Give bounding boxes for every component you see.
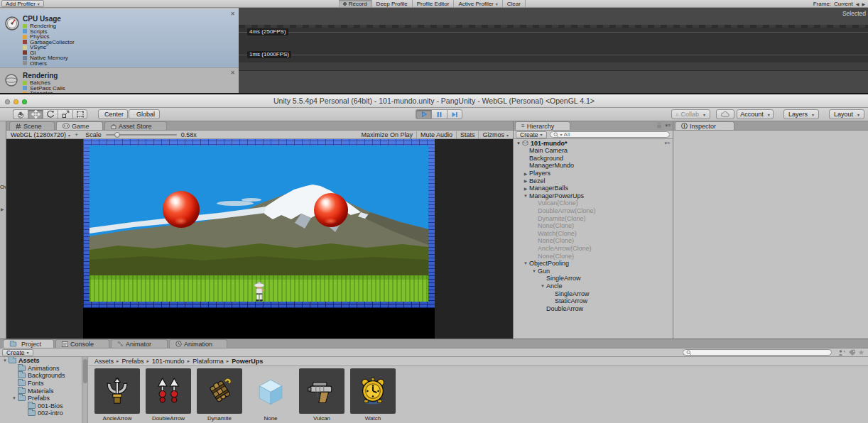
hierarchy-item[interactable]: ▶Bezel <box>514 177 673 185</box>
hierarchy-item[interactable]: None(Clone) <box>514 252 673 260</box>
asset-thumbnail[interactable] <box>350 368 396 414</box>
hierarchy-item[interactable]: Dynamite(Clone) <box>514 214 673 222</box>
clear-button[interactable]: Clear <box>503 0 526 7</box>
cpu-usage-card[interactable]: ✕ CPU Usage Rendering Scripts Physics Ga… <box>0 9 239 67</box>
asset-thumbnail[interactable] <box>299 368 345 414</box>
expand-arrow-icon[interactable]: ▶ <box>522 186 529 191</box>
asset-thumbnail[interactable] <box>197 368 242 414</box>
asset-item[interactable]: Watch <box>350 368 396 422</box>
add-profiler-button[interactable]: Add Profiler <box>1 0 44 7</box>
asset-item[interactable]: None <box>248 368 293 422</box>
hierarchy-search-input[interactable] <box>564 131 666 138</box>
search-by-type-icon[interactable] <box>838 349 846 356</box>
hierarchy-item[interactable]: SingleArrow <box>514 275 673 282</box>
hierarchy-search-field[interactable]: ▾ <box>550 131 670 138</box>
expand-arrow-icon[interactable]: ▼ <box>515 141 522 145</box>
window-close-icon[interactable] <box>5 99 10 104</box>
account-dropdown[interactable]: Account <box>737 109 774 119</box>
step-button[interactable] <box>447 109 462 119</box>
hierarchy-item[interactable]: SingleArrow <box>514 290 673 297</box>
rotate-tool-button[interactable] <box>43 109 58 119</box>
hierarchy-item[interactable]: None(Clone) <box>514 237 673 245</box>
active-profiler-dropdown[interactable]: Active Profiler <box>454 0 502 7</box>
hierarchy-item[interactable]: StaticArrow <box>514 297 673 305</box>
tab-console[interactable]: Console <box>55 339 109 348</box>
scale-tool-button[interactable] <box>58 109 72 119</box>
expand-arrow-icon[interactable]: ▶ <box>522 178 529 183</box>
close-icon[interactable]: ✕ <box>230 11 235 17</box>
hierarchy-item[interactable]: None(Clone) <box>514 222 673 230</box>
expand-arrow-icon[interactable]: ▼ <box>11 396 18 400</box>
project-search-input[interactable] <box>693 349 828 356</box>
cloud-button[interactable] <box>716 109 734 119</box>
hand-tool-button[interactable] <box>13 109 28 119</box>
hierarchy-item[interactable]: DoubleArrow(Clone) <box>514 207 673 215</box>
close-icon[interactable]: ✕ <box>230 70 235 76</box>
expand-arrow-icon[interactable]: ▼ <box>1 358 9 363</box>
tab-animator[interactable]: Animator <box>111 339 168 348</box>
deep-profile-button[interactable]: Deep Profile <box>372 0 413 7</box>
asset-item[interactable]: Dynamite <box>197 368 242 422</box>
asset-item[interactable]: Vulcan <box>299 368 345 422</box>
expand-arrow-icon[interactable]: ▼ <box>522 261 529 265</box>
breadcrumb-item[interactable]: Assets <box>94 358 122 365</box>
asset-thumbnail[interactable] <box>248 368 293 414</box>
collab-button[interactable]: Collab <box>671 109 710 119</box>
folder-row[interactable]: ▼Assets <box>0 357 82 365</box>
legend-item[interactable]: Others <box>23 61 75 67</box>
favorites-star-icon[interactable]: ★ <box>858 348 864 356</box>
asset-item[interactable]: DoubleArrow <box>146 368 191 422</box>
tab-hierarchy[interactable]: ≡ Hierarchy <box>515 121 570 130</box>
breadcrumb-item[interactable]: PowerUps <box>232 358 263 365</box>
folder-row[interactable]: Backgrounds <box>0 372 82 380</box>
hierarchy-item[interactable]: Watch(Clone) <box>514 230 673 238</box>
tab-asset-store[interactable]: Asset Store <box>104 121 167 130</box>
scale-slider[interactable] <box>106 134 177 136</box>
profile-editor-button[interactable]: Profile Editor <box>413 0 455 7</box>
panel-menu-icon[interactable]: ▾≡ <box>665 123 671 128</box>
gizmos-dropdown[interactable]: Gizmos <box>482 131 509 138</box>
folder-row[interactable]: Materials <box>0 387 82 395</box>
asset-thumbnail[interactable] <box>94 368 140 414</box>
layers-dropdown[interactable]: Layers <box>783 109 819 119</box>
search-filter-chevron-icon[interactable]: ▾ <box>560 132 563 137</box>
hierarchy-item[interactable]: ManagerMundo <box>514 162 673 170</box>
scale-slider-thumb[interactable] <box>114 132 120 138</box>
breadcrumb-item[interactable]: 101-mundo <box>152 358 192 365</box>
frame-next-icon[interactable]: ▶ <box>862 1 865 6</box>
hierarchy-item[interactable]: ▶ManagerBalls <box>514 185 673 192</box>
frame-prev-icon[interactable]: ◀ <box>856 1 859 6</box>
expand-arrow-icon[interactable]: ▼ <box>531 269 538 273</box>
tab-animation[interactable]: Animation <box>169 339 227 348</box>
hierarchy-item[interactable]: AncleArrow(Clone) <box>514 245 673 253</box>
stats-button[interactable]: Stats <box>460 131 475 138</box>
maximize-on-play-button[interactable]: Maximize On Play <box>361 131 413 138</box>
hierarchy-create-dropdown[interactable]: Create <box>516 131 547 138</box>
layout-dropdown[interactable]: Layout <box>829 109 864 119</box>
folder-row[interactable]: ▼Prefabs <box>0 395 82 402</box>
expand-arrow-icon[interactable]: ▶ <box>522 171 529 176</box>
mute-audio-button[interactable]: Mute Audio <box>421 131 452 138</box>
hierarchy-item[interactable]: ▶Players <box>514 170 673 177</box>
global-button[interactable]: Global <box>129 109 160 119</box>
rendering-card[interactable]: ✕ Rendering Batches SetPass Calls Triang… <box>0 67 239 93</box>
play-button[interactable] <box>416 109 431 119</box>
lock-icon[interactable] <box>656 122 662 128</box>
hierarchy-scene-row[interactable]: ▼ 101-mundo* ▾≡ <box>514 139 673 147</box>
unity-titlebar[interactable]: Unity 5.5.4p4 Personal (64bit) - 101-mun… <box>0 94 868 108</box>
folder-row[interactable]: Fonts <box>0 380 82 388</box>
folder-tree-scrollbar[interactable] <box>82 357 88 423</box>
folder-row[interactable]: 002-intro <box>0 410 82 417</box>
tab-inspector[interactable]: Inspector <box>675 121 734 130</box>
scrollbar-thumb[interactable] <box>83 359 87 383</box>
project-search-field[interactable] <box>683 349 832 356</box>
tab-game[interactable]: Game <box>56 121 103 130</box>
move-tool-button[interactable] <box>28 109 43 119</box>
resolution-dropdown[interactable]: WebGL (1280x720) <box>11 131 70 138</box>
breadcrumb-item[interactable]: Prefabs <box>122 358 153 365</box>
expand-arrow-icon[interactable]: ▼ <box>522 194 529 198</box>
profiler-chart-area[interactable]: 4ms (250FPS) 1ms (1000FPS) Selected <box>239 8 868 93</box>
hierarchy-item[interactable]: ▼ObjectPooling <box>514 260 673 268</box>
hierarchy-item[interactable]: ▼ManagerPowerUps <box>514 192 673 200</box>
rect-tool-button[interactable] <box>72 109 87 119</box>
